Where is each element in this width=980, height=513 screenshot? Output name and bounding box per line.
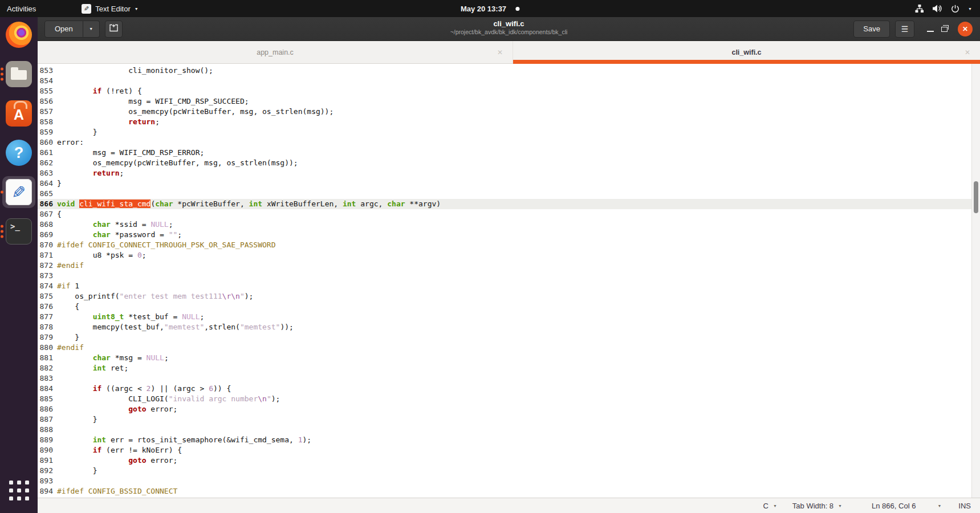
- code-editor[interactable]: 853 cli_monitor_show();854855 if (!ret) …: [38, 64, 980, 498]
- insert-mode-indicator[interactable]: INS: [958, 502, 971, 510]
- line-number: 886: [38, 404, 57, 414]
- line-number: 872: [38, 260, 57, 271]
- code-line[interactable]: 870#ifdef CONFIG_CONNECT_THROUGH_PSK_OR_…: [38, 240, 980, 250]
- code-line[interactable]: 892 }: [38, 466, 980, 476]
- save-button[interactable]: Save: [853, 21, 890, 38]
- line-number: 889: [38, 435, 57, 445]
- menu-button[interactable]: ☰: [895, 21, 914, 38]
- chevron-down-icon: ▼: [135, 7, 139, 11]
- code-line[interactable]: 893: [38, 476, 980, 486]
- window-title-block: cli_wifi.c ~/project/bk_avdk/bk_idk/comp…: [450, 19, 568, 36]
- minimize-button[interactable]: [924, 22, 937, 36]
- code-line[interactable]: 883: [38, 373, 980, 384]
- tab-bar: app_main.c ✕ cli_wifi.c ✕: [38, 41, 980, 64]
- line-number: 866: [38, 199, 57, 209]
- new-document-icon: [109, 24, 118, 34]
- language-selector[interactable]: C ▼: [763, 502, 777, 510]
- line-number: 890: [38, 445, 57, 455]
- activities-button[interactable]: Activities: [0, 0, 43, 17]
- code-line[interactable]: 894#ifdef CONFIG_BSSID_CONNECT: [38, 486, 980, 496]
- dock-item-firefox[interactable]: [2, 19, 35, 51]
- tab-label: cli_wifi.c: [731, 48, 761, 56]
- code-line[interactable]: 859 }: [38, 127, 980, 137]
- code-line[interactable]: 863 return;: [38, 168, 980, 178]
- code-line[interactable]: 887 }: [38, 414, 980, 425]
- code-line[interactable]: 868 char *ssid = NULL;: [38, 219, 980, 230]
- code-line[interactable]: 854: [38, 76, 980, 86]
- app-indicator-menu[interactable]: Text Editor ▼: [75, 0, 145, 17]
- chevron-down-icon: ▼: [937, 504, 941, 508]
- code-line[interactable]: 891 goto error;: [38, 455, 980, 466]
- scrollbar-handle[interactable]: [974, 181, 978, 213]
- code-line[interactable]: 879 }: [38, 332, 980, 343]
- dock-item-text-editor[interactable]: [2, 176, 35, 208]
- code-line[interactable]: 872#endif: [38, 260, 980, 271]
- code-line[interactable]: 853 cli_monitor_show();: [38, 66, 980, 76]
- app-indicator-label: Text Editor: [95, 5, 130, 13]
- line-number: 862: [38, 158, 57, 168]
- dock-item-ubuntu-software[interactable]: [2, 97, 35, 129]
- network-icon: [915, 5, 924, 13]
- code-line[interactable]: 873: [38, 271, 980, 281]
- line-number: 893: [38, 476, 57, 486]
- ubuntu-software-icon: [6, 100, 32, 127]
- line-number: 857: [38, 107, 57, 117]
- code-line[interactable]: 858 return;: [38, 117, 980, 127]
- headerbar-right: Save ☰ ✕: [853, 21, 973, 38]
- code-line[interactable]: 867{: [38, 209, 980, 219]
- code-line[interactable]: 877 uint8_t *test_buf = NULL;: [38, 312, 980, 322]
- cursor-position[interactable]: Ln 866, Col 6: [872, 502, 916, 510]
- code-line[interactable]: 860error:: [38, 137, 980, 148]
- system-tray-menu[interactable]: ▼: [907, 0, 980, 17]
- dock-item-files[interactable]: [2, 58, 35, 90]
- tab-app-main-c[interactable]: app_main.c ✕: [38, 41, 513, 63]
- restore-button[interactable]: [937, 22, 951, 36]
- text-editor-window: Open ▼ cli_wifi.c ~/project/bk_avdk/bk_i…: [38, 17, 980, 513]
- code-line[interactable]: 856 msg = WIFI_CMD_RSP_SUCCEED;: [38, 96, 980, 107]
- code-line[interactable]: 890 if (err != kNoErr) {: [38, 445, 980, 455]
- code-line[interactable]: 888: [38, 425, 980, 435]
- open-dropdown-button[interactable]: ▼: [83, 21, 100, 38]
- terminal-icon: [6, 218, 32, 245]
- open-button[interactable]: Open: [44, 21, 83, 38]
- power-icon: [951, 5, 959, 13]
- code-line[interactable]: 861 msg = WIFI_CMD_RSP_ERROR;: [38, 148, 980, 158]
- line-number: 867: [38, 209, 57, 219]
- tab-cli-wifi-c[interactable]: cli_wifi.c ✕: [513, 41, 980, 63]
- code-line[interactable]: 869 char *password = "";: [38, 230, 980, 240]
- code-line[interactable]: 875 os_printf("enter test mem test111\r\…: [38, 291, 980, 302]
- topbar-left: Activities Text Editor ▼: [0, 0, 145, 17]
- goto-line-dropdown[interactable]: ▼: [937, 504, 941, 508]
- code-line[interactable]: 876 {: [38, 302, 980, 312]
- clock-label: May 20 13:37: [461, 5, 506, 13]
- code-lines[interactable]: 853 cli_monitor_show();854855 if (!ret) …: [38, 64, 980, 498]
- scrollbar[interactable]: [971, 64, 980, 498]
- close-button[interactable]: ✕: [958, 22, 973, 36]
- clock-menu[interactable]: May 20 13:37: [461, 0, 519, 17]
- code-line[interactable]: 862 os_memcpy(pcWriteBuffer, msg, os_str…: [38, 158, 980, 168]
- dock-item-terminal[interactable]: [2, 215, 35, 247]
- code-line[interactable]: 878 memcpy(test_buf,"memtest",strlen("me…: [38, 322, 980, 332]
- code-line[interactable]: 871 u8 *psk = 0;: [38, 250, 980, 260]
- line-number: 869: [38, 230, 57, 240]
- tab-width-selector[interactable]: Tab Width: 8 ▼: [792, 502, 842, 510]
- line-number: 868: [38, 219, 57, 230]
- new-document-button[interactable]: [105, 21, 123, 38]
- code-line[interactable]: 886 goto error;: [38, 404, 980, 414]
- tab-close-icon[interactable]: ✕: [497, 48, 503, 56]
- code-line[interactable]: 880#endif: [38, 343, 980, 353]
- code-line[interactable]: 882 int ret;: [38, 363, 980, 373]
- code-line[interactable]: 865: [38, 189, 980, 199]
- code-line[interactable]: 874#if 1: [38, 281, 980, 291]
- code-line[interactable]: 889 int err = rtos_init_semaphore(&wifi_…: [38, 435, 980, 445]
- code-line[interactable]: 855 if (!ret) {: [38, 86, 980, 96]
- code-line[interactable]: 884 if ((argc < 2) || (argc > 6)) {: [38, 384, 980, 394]
- dock-item-help[interactable]: [2, 137, 35, 169]
- code-line[interactable]: 866void cli_wifi_sta_cmd(char *pcWriteBu…: [38, 199, 980, 209]
- code-line[interactable]: 864}: [38, 178, 980, 189]
- code-line[interactable]: 885 CLI_LOGI("invalid argc number\n");: [38, 394, 980, 404]
- dock-item-app-grid[interactable]: [2, 474, 35, 506]
- code-line[interactable]: 857 os_memcpy(pcWriteBuffer, msg, os_str…: [38, 107, 980, 117]
- tab-close-icon[interactable]: ✕: [965, 48, 970, 56]
- code-line[interactable]: 881 char *msg = NULL;: [38, 353, 980, 363]
